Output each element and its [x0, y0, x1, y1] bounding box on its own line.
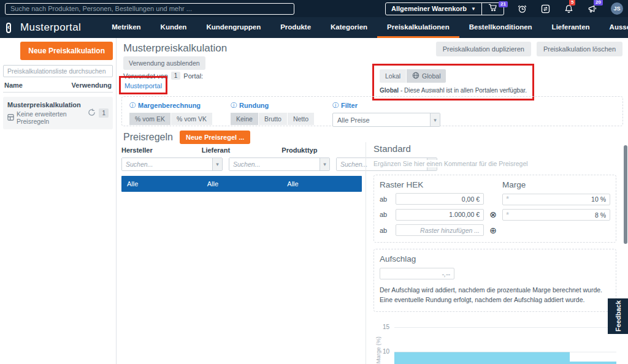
used-by-count-badge: 1 [171, 72, 181, 80]
scope-toggle: Lokal Global [380, 69, 527, 83]
margin-vk-button[interactable]: % vom VK [171, 113, 212, 125]
price-rules-table: Hersteller Lieferant Produkttyp ▾ ▾ ▾ [121, 146, 362, 192]
raster-row-1: ab * [380, 193, 610, 205]
add-row-icon[interactable]: ⊕ [488, 226, 499, 235]
globe-sync-icon [88, 108, 96, 119]
ab-label: ab [380, 227, 392, 234]
marge-input-2[interactable] [502, 209, 610, 221]
info-icon: ⓘ [231, 101, 237, 110]
raster-add-input[interactable] [396, 224, 484, 236]
rounding-group: ⓘ Rundung Keine Brutto Netto [231, 101, 314, 121]
standard-rule-panel: Standard Raster HEK Marge ab * [373, 143, 616, 364]
chart-y-tick: 10 [373, 348, 389, 355]
announcements-button[interactable]: 20 [587, 4, 598, 14]
new-price-calculation-button[interactable]: Neue Preiskalkulation [20, 42, 113, 60]
announcements-count-badge: 20 [594, 0, 603, 6]
tab-aussehen[interactable]: Aussehen [600, 17, 628, 38]
scope-note: Global - Diese Auswahl ist in allen Port… [380, 87, 527, 94]
aufschlag-input[interactable] [380, 268, 454, 279]
globe-icon [412, 72, 419, 80]
list-column-headers: Name Verwendung [3, 77, 113, 93]
scrollbar-thumb[interactable] [624, 145, 627, 244]
aufschlag-title: Aufschlag [380, 254, 610, 264]
aufschlag-note: Der Aufschlag wird addiert, nachdem die … [380, 285, 610, 305]
cell-lieferant: Alle [202, 180, 282, 188]
tab-metriken[interactable]: Metriken [102, 17, 150, 38]
aufschlag-box: Aufschlag Der Aufschlag wird addiert, na… [373, 249, 616, 312]
duplicate-calculation-button[interactable]: Preiskalkulation duplizieren [436, 42, 531, 56]
rounding-net-button[interactable]: Netto [288, 113, 314, 125]
cart-button[interactable]: 21 [482, 3, 504, 15]
margin-calc-group: ⓘ Margenberechnung % vom EK % vom VK [129, 101, 212, 121]
column-name: Name [4, 82, 23, 89]
ab-label: ab [380, 211, 392, 218]
chevron-down-icon: ▾ [212, 158, 222, 170]
tab-kunden[interactable]: Kunden [151, 17, 197, 38]
notifications-count-badge: 5 [569, 0, 575, 6]
hide-usage-button[interactable]: Verwendung ausblenden [123, 56, 205, 70]
main-panel: Musterpreiskalkulation Preiskalkulation … [117, 38, 628, 364]
sidebar: Neue Preiskalkulation Name Verwendung Mu… [0, 38, 117, 364]
avatar[interactable]: JS [611, 2, 623, 15]
tab-lieferanten[interactable]: Lieferanten [542, 17, 600, 38]
remove-row-icon[interactable]: ⊗ [488, 210, 499, 219]
alarm-clock-icon [517, 4, 527, 14]
global-search-input[interactable] [5, 3, 294, 15]
pricecalc-list-search-input[interactable] [3, 65, 113, 77]
rule-comment-input[interactable] [373, 160, 616, 167]
ab-label: ab [380, 195, 392, 203]
scope-local-button[interactable]: Lokal [380, 69, 406, 83]
back-icon[interactable]: ‹ [6, 23, 11, 33]
standard-title: Standard [373, 143, 616, 154]
list-item-musterpreiskalkulation[interactable]: Musterpreiskalkulation Keine erweiterten… [3, 97, 113, 129]
raster-box: Raster HEK Marge ab * ab ⊗ [373, 175, 616, 243]
topbar: Allgemeiner Warenkorb ▼ 21 [0, 0, 628, 17]
transfer-button[interactable] [540, 4, 551, 14]
selected-rule-row[interactable]: Alle Alle Alle [121, 176, 362, 192]
raster-from-input-2[interactable] [396, 209, 484, 221]
delete-calculation-button[interactable]: Preiskalkulation löschen [537, 42, 622, 56]
margin-calc-label: ⓘ Margenberechnung [129, 101, 212, 110]
tab-preiskalkulationen[interactable]: Preiskalkulationen [377, 17, 459, 38]
tab-kategorien[interactable]: Kategorien [321, 17, 377, 38]
tab-bestellkonditionen[interactable]: Bestellkonditionen [459, 17, 542, 38]
nav-tabs: Metriken Kunden Kundengruppen Produkte K… [102, 17, 628, 38]
raster-add-row: ab ⊕ [380, 224, 610, 236]
chevron-down-icon: ▼ [471, 6, 476, 12]
chart-gridline [394, 352, 616, 352]
hersteller-search-input[interactable] [122, 158, 212, 170]
filter-label: ⓘ Filter [332, 101, 440, 110]
page-title: Musterpreiskalkulation [123, 42, 227, 55]
portal-link-highlight-box: Musterportal [119, 76, 167, 94]
alarm-button[interactable] [517, 4, 527, 14]
marge-input-1[interactable] [502, 194, 610, 205]
cart-select-button[interactable]: Allgemeiner Warenkorb ▼ [386, 3, 482, 15]
raster-header: Raster HEK [380, 180, 484, 189]
feedback-tab[interactable]: Feedback [608, 298, 628, 334]
cell-produkttyp: Alle [281, 180, 362, 188]
new-price-rule-button[interactable]: Neue Preisregel ... [180, 131, 250, 144]
raster-from-input-1[interactable] [396, 193, 484, 205]
cell-hersteller: Alle [121, 180, 202, 188]
column-usage: Verwendung [72, 82, 112, 89]
margin-ek-button[interactable]: % vom EK [129, 113, 170, 125]
cart-icon [488, 2, 498, 15]
lieferant-search-select[interactable]: ▾ [229, 157, 330, 171]
filter-selected-value: Alle Preise [333, 113, 430, 126]
tab-kundengruppen[interactable]: Kundengruppen [196, 17, 270, 38]
scope-global-button[interactable]: Global [407, 69, 446, 83]
lieferant-search-input[interactable] [229, 158, 320, 170]
notifications-button[interactable]: 5 [564, 4, 574, 14]
raster-row-2: ab ⊗ * [380, 209, 610, 221]
scope-highlight-box: Lokal Global Global - Diese Auswahl ist … [372, 64, 534, 100]
portal-link[interactable]: Musterportal [124, 82, 162, 89]
chart-y-tick: 15 [373, 324, 389, 330]
filter-select[interactable]: Alle Preise ▾ [332, 113, 440, 127]
rounding-gross-button[interactable]: Brutto [259, 113, 287, 125]
hersteller-search-select[interactable]: ▾ [121, 157, 223, 171]
grid-icon [7, 114, 14, 122]
tab-produkte[interactable]: Produkte [270, 17, 321, 38]
chart-area-segment [394, 352, 570, 364]
rounding-none-button[interactable]: Keine [231, 113, 258, 125]
list-item-subtitle: Keine erweiterten Preisregeln [17, 110, 88, 125]
